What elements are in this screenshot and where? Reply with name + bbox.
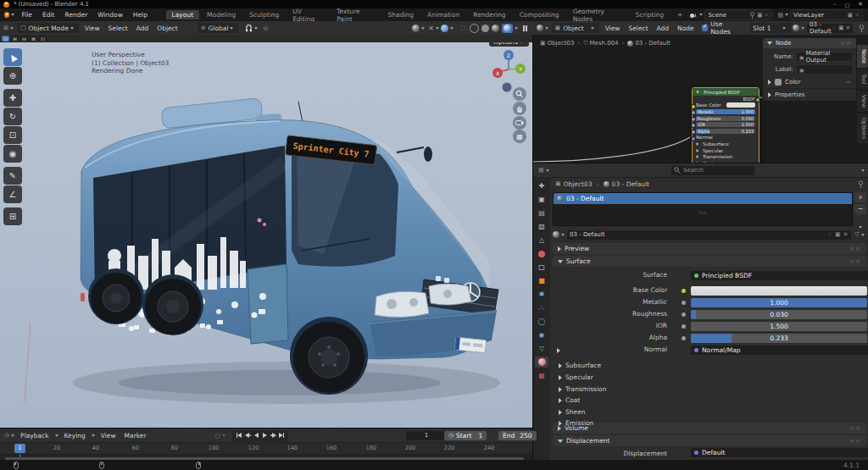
workspace-tab-shading[interactable]: Shading [382,10,420,19]
tool-measure-icon[interactable]: ∠ [3,185,22,203]
tab-tool-icon[interactable]: ✚ [535,180,548,191]
material-slot-active[interactable]: 03 - Default [554,193,852,204]
node-alpha-slider[interactable]: Alpha0.233 [696,129,755,134]
tab-object-icon[interactable]: ■ [535,275,548,286]
pin-icon[interactable] [858,180,864,188]
pin-icon[interactable] [749,12,755,19]
select-mode-extend-icon[interactable]: ⊞ [11,36,19,41]
unlink-scene-icon[interactable]: ✕ [765,12,770,19]
auto-keying-record-icon[interactable]: ○ [215,432,221,440]
add-slot-button[interactable]: ＋ [854,192,866,202]
gizmo-negative-axis[interactable] [503,83,512,92]
roughness-slider[interactable]: 0.030 [691,310,867,319]
shading-rendered-active[interactable] [502,24,513,33]
alpha-slider[interactable]: 0.233 [691,334,867,343]
tool-add-cube-icon[interactable]: ⊞ [3,207,22,225]
node-specular-row[interactable]: Specular [703,148,723,153]
timeline-menu-marker[interactable]: Marker [120,432,151,440]
shader-menu-node[interactable]: Node [673,25,698,32]
tab-object-data-icon[interactable]: ▽ [535,343,548,354]
tab-particles-icon[interactable]: ∴ [535,302,548,313]
jump-to-start-button[interactable] [235,432,243,440]
object-visibility-dropdown-icon[interactable] [412,25,420,32]
editor-type-properties-icon[interactable]: ▤ [538,167,544,174]
new-material-icon[interactable]: ▣ [835,231,841,238]
new-material-icon[interactable]: ▣ [838,25,844,31]
select-mode-subtract-icon[interactable]: ⊟ [20,36,28,41]
tab-scene-icon[interactable]: △ [535,235,548,246]
minimize-button[interactable]: – [833,1,837,8]
socket-icon[interactable] [682,312,686,317]
ortho-toggle-button[interactable]: ▦ [513,130,526,143]
show-gizmo-icon[interactable]: ✕ [428,25,434,32]
transform-orientation-dropdown[interactable]: ⊕ Global [198,23,239,33]
node-roughness-slider[interactable]: Roughness0.030 [696,116,755,121]
socket-icon[interactable] [682,301,686,305]
tab-texture-icon[interactable]: ▦ [535,370,548,381]
menu-render[interactable]: Render [60,11,93,19]
toggle-xray-icon[interactable]: ▢ [460,25,466,31]
list-resize-grip[interactable]: ≡≡ [554,204,852,221]
menu-help[interactable]: Help [128,11,153,19]
unlink-material-icon[interactable]: ✕ [843,231,849,238]
workspace-tab-animation[interactable]: Animation [421,10,465,19]
fake-user-icon[interactable]: ♢ [827,231,832,238]
surface-panel-header[interactable]: Surface≡≡ [553,256,866,267]
snap-magnet-icon[interactable] [245,24,253,32]
viewport-menu-select[interactable]: Select [104,25,132,32]
node-ior-slider[interactable]: IOR1.500 [696,122,755,127]
play-button[interactable] [260,432,269,440]
shader-type-dropdown[interactable]: ▣ Object [552,23,599,33]
workspace-tab-layout[interactable]: Layout [166,10,200,19]
shading-solid-icon[interactable] [481,25,489,32]
fake-user-icon[interactable]: ♢ [832,25,837,31]
socket-icon[interactable] [682,324,686,329]
viewport-menu-view[interactable]: View [81,25,104,32]
surface-value-field[interactable]: Principled BSDF [691,271,868,280]
pan-hand-button[interactable] [513,102,526,115]
ior-slider[interactable]: 1.500 [691,322,867,331]
node-name-field[interactable]: ▣ Material Output [796,52,853,62]
tab-modifiers-icon[interactable]: ✱ [535,289,548,300]
tool-select-box-icon[interactable]: ▲ [3,48,22,66]
node-base-color-swatch[interactable] [726,102,755,108]
end-frame-field[interactable]: 250 [520,432,531,440]
menu-file[interactable]: File [16,11,37,19]
shading-wireframe-icon[interactable] [470,24,479,33]
workspace-tab-sculpting[interactable]: Sculpting [243,10,285,19]
tab-constraints-icon[interactable]: ◉ [535,329,548,340]
bus-render[interactable]: Sprinter City 7 [0,42,532,428]
node-color-row[interactable]: Color ≔ [763,76,856,88]
preview-panel-header[interactable]: Preview≡≡ [553,243,866,254]
tab-node[interactable]: Node [857,45,868,68]
show-overlays-icon[interactable] [441,25,448,32]
tool-cursor-icon[interactable]: ⊕ [3,67,22,85]
timeline-menu-view[interactable]: View [97,432,120,440]
proportional-editing-icon[interactable]: ◎ [263,25,268,31]
node-label-field[interactable]: ▣ [796,64,853,75]
pin-icon[interactable] [859,25,865,32]
base-color-socket-icon[interactable] [682,289,686,293]
tab-physics-icon[interactable]: ◯ [535,316,548,327]
tab-collection-icon[interactable]: □ [535,262,548,273]
tool-rotate-icon[interactable]: ↻ [3,108,22,125]
timeline-ruler[interactable]: 20 40 60 80 100 120 140 160 180 200 220 … [0,443,532,455]
close-button[interactable]: ✕ [858,1,863,8]
presets-icon[interactable]: ≔ [845,79,851,86]
select-mode-intersect-icon[interactable]: ⊡ [39,36,47,41]
pause-icon[interactable] [523,25,528,31]
jump-to-end-button[interactable] [277,432,286,440]
node-panel-header[interactable]: Node≡≡ [763,38,856,48]
displacement-panel-header[interactable]: Displacement≡≡ [553,435,866,446]
node-transmission-row[interactable]: Transmission [703,154,733,159]
workspace-tab-modeling[interactable]: Modeling [201,10,242,19]
principled-bsdf-node[interactable]: Principled BSDF BSDF Base Color Metallic… [692,87,760,163]
timeline-menu-keying[interactable]: Keying [60,432,90,440]
shading-material-preview-icon[interactable] [492,25,499,32]
editor-type-shader-icon[interactable] [537,25,543,31]
tab-world-icon[interactable] [535,248,548,259]
volume-panel-header[interactable]: Volume≡≡ [553,423,866,434]
editor-type-timeline-icon[interactable]: ◷ [4,432,9,439]
tab-material-icon[interactable] [535,357,548,368]
tab-options[interactable]: Options [857,113,868,143]
